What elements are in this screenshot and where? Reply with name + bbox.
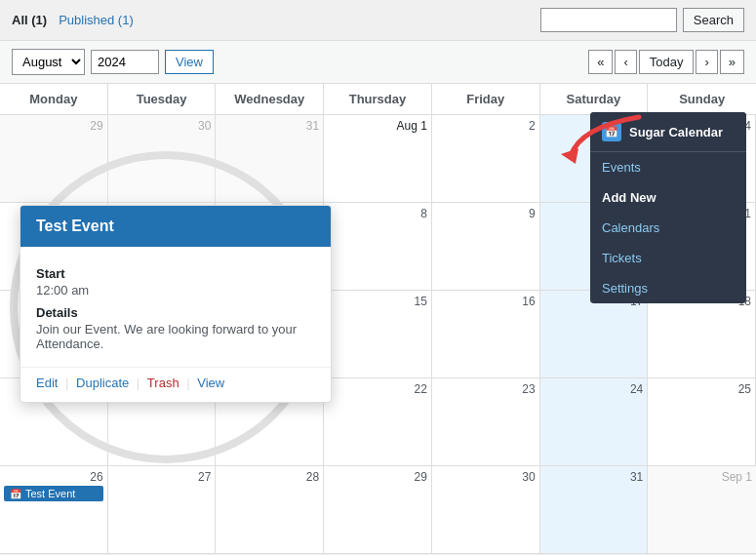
cell-aug-24: 24 (540, 378, 649, 466)
search-input[interactable] (540, 8, 677, 32)
calendar-header: Monday Tuesday Wednesday Thursday Friday… (0, 84, 756, 115)
cell-aug-1: Aug 1 (324, 115, 432, 203)
cell-aug-15: 15 (324, 291, 432, 378)
popup-title: Test Event (36, 218, 114, 234)
cell-aug-9: 9 (432, 203, 540, 291)
header-thursday: Thursday (324, 84, 432, 114)
top-bar-left: All (1) Published (1) (12, 13, 134, 27)
details-value: Join our Event. We are looking forward t… (36, 322, 315, 351)
year-input[interactable] (91, 50, 159, 74)
cell-aug-17: 17 (540, 291, 649, 378)
cell-aug-22: 22 (324, 378, 432, 466)
popup-body: Start 12:00 am Details Join our Event. W… (20, 247, 331, 363)
sc-tickets-item[interactable]: Tickets (590, 243, 746, 273)
cell-aug-23: 23 (432, 378, 540, 466)
start-label: Start (36, 266, 315, 281)
cell-jul-30: 30 (108, 115, 217, 203)
sc-dropdown: 📅 Sugar Calendar Events Add New Calendar… (590, 112, 746, 303)
start-value: 12:00 am (36, 283, 315, 297)
sc-title: Sugar Calendar (629, 125, 723, 139)
controls-left: August View (12, 49, 214, 75)
popup-header: Test Event (20, 206, 331, 247)
event-pill-test[interactable]: 📅 Test Event (4, 486, 103, 501)
cell-jul-31: 31 (216, 115, 324, 203)
prev-button[interactable]: ‹ (615, 50, 636, 74)
nav-controls: « ‹ Today › » (588, 50, 744, 74)
cell-aug-2: 2 (432, 115, 540, 203)
details-label: Details (36, 305, 315, 320)
sc-dropdown-header: 📅 Sugar Calendar (590, 112, 746, 152)
view-link[interactable]: View (197, 376, 224, 390)
month-select[interactable]: August (12, 49, 85, 75)
today-button[interactable]: Today (639, 50, 695, 74)
top-bar-right: Search (540, 8, 744, 32)
cell-aug-27: 27 (108, 466, 217, 554)
header-tuesday: Tuesday (108, 84, 217, 114)
prev-prev-button[interactable]: « (588, 50, 613, 74)
popup-actions: Edit | Duplicate | Trash | View (20, 367, 331, 402)
calendar-icon: 📅 (10, 489, 21, 499)
header-friday: Friday (432, 84, 540, 114)
trash-link[interactable]: Trash (147, 376, 179, 390)
top-bar: All (1) Published (1) Search (0, 0, 756, 41)
controls-bar: August View « ‹ Today › » (0, 41, 756, 84)
cell-aug-30: 30 (432, 466, 540, 554)
next-button[interactable]: › (696, 50, 717, 74)
event-pill-label: Test Event (25, 488, 75, 499)
duplicate-link[interactable]: Duplicate (76, 376, 129, 390)
header-saturday: Saturday (540, 84, 649, 114)
cell-sep-1: Sep 1 (648, 466, 756, 554)
view-button[interactable]: View (165, 50, 214, 74)
tab-published[interactable]: Published (1) (59, 13, 134, 27)
header-sunday: Sunday (648, 84, 756, 114)
sc-events-item[interactable]: Events (590, 152, 746, 182)
cell-aug-26: 26 📅 Test Event (0, 466, 108, 554)
cell-aug-25: 25 (648, 378, 756, 466)
cell-aug-28: 28 (216, 466, 324, 554)
cell-jul-29: 29 (0, 115, 108, 203)
sc-settings-item[interactable]: Settings (590, 273, 746, 303)
sc-calendars-item[interactable]: Calendars (590, 213, 746, 243)
cell-aug-31: 31 (540, 466, 649, 554)
search-button[interactable]: Search (683, 8, 744, 32)
sc-add-new-item[interactable]: Add New (590, 182, 746, 213)
cell-aug-29: 29 (324, 466, 432, 554)
next-next-button[interactable]: » (720, 50, 744, 74)
cell-aug-8: 8 (324, 203, 432, 291)
edit-link[interactable]: Edit (36, 376, 58, 390)
tab-all[interactable]: All (1) (12, 13, 47, 27)
header-wednesday: Wednesday (216, 84, 324, 114)
header-monday: Monday (0, 84, 108, 114)
event-popup: Test Event Start 12:00 am Details Join o… (20, 205, 332, 403)
sc-icon: 📅 (602, 122, 621, 141)
cell-aug-16: 16 (432, 291, 540, 378)
cell-aug-18: 18 (648, 291, 756, 378)
